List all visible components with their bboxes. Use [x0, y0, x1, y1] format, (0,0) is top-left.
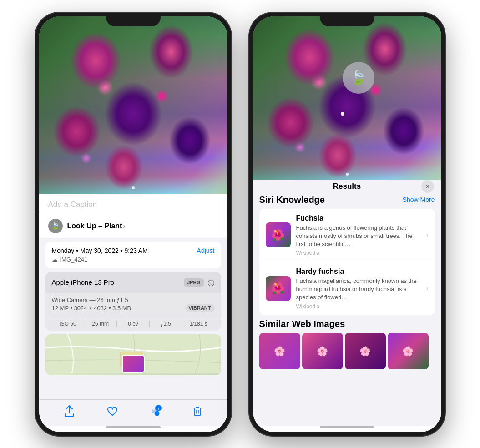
format-badge: JPEG	[184, 278, 203, 287]
map-photo-thumb	[122, 355, 145, 373]
home-indicator-1	[106, 426, 161, 428]
lookup-label-bold: Look Up –	[67, 222, 102, 230]
page-indicator	[132, 186, 135, 189]
hardy-source: Wikipedia	[296, 303, 421, 310]
hardy-title: Hardy fuchsia	[296, 267, 421, 276]
web-image-3[interactable]	[345, 333, 386, 369]
fuchsia-description: Fuchsia is a genus of flowering plants t…	[296, 224, 421, 249]
lookup-label-regular: Plant	[102, 222, 122, 230]
siri-dot	[341, 112, 344, 116]
siri-leaf-icon: 🍃	[350, 70, 367, 86]
web-image-2[interactable]	[302, 333, 343, 369]
web-images-section: Similar Web Images	[259, 319, 435, 369]
page-indicator-2	[346, 173, 349, 176]
leaf-icon: 🍃	[51, 221, 60, 230]
results-close-button[interactable]: ✕	[421, 180, 434, 193]
meta-section: Monday • May 30, 2022 • 9:23 AM Adjust ☁…	[45, 242, 221, 268]
resolution-text: 12 MP • 3024 × 4032 • 3.5 MB	[52, 305, 131, 312]
meta-date: Monday • May 30, 2022 • 9:23 AM	[52, 247, 148, 254]
spec-res: VIBRANT 12 MP • 3024 × 4032 • 3.5 MB	[52, 305, 215, 312]
hardy-description: Fuchsia magellanica, commonly known as t…	[296, 277, 421, 302]
adjust-button[interactable]: Adjust	[197, 247, 215, 254]
toolbar: i i	[39, 399, 227, 426]
favorite-button[interactable]	[107, 406, 118, 416]
spec-wide: Wide Camera — 26 mm ƒ1.5	[52, 297, 215, 303]
web-images-row	[259, 333, 435, 369]
exif-focal: 26 mm	[84, 321, 117, 327]
camera-specs: Wide Camera — 26 mm ƒ1.5 VIBRANT 12 MP •…	[45, 293, 221, 317]
siri-lookup-overlay: 🍃	[343, 62, 374, 94]
show-more-button[interactable]: Show More	[403, 196, 435, 203]
knowledge-item-hardy[interactable]: Hardy fuchsia Fuchsia magellanica, commo…	[259, 262, 435, 315]
camera-header: Apple iPhone 13 Pro JPEG ◎	[45, 272, 221, 293]
siri-knowledge-title: Siri Knowledge	[259, 195, 325, 205]
phone-1-screen: Add a Caption 🍃 Look Up – Plant› Monday …	[39, 16, 227, 432]
knowledge-item-fuchsia[interactable]: Fuchsia Fuchsia is a genus of flowering …	[259, 209, 435, 262]
vibrant-badge: VIBRANT	[185, 304, 215, 312]
notch-2	[320, 13, 374, 26]
map-preview[interactable]	[45, 334, 221, 375]
fuchsia-chevron: ›	[426, 231, 428, 239]
photo-flowers-overlay	[39, 16, 227, 194]
hardy-thumbnail	[266, 276, 291, 301]
notch-1	[106, 13, 161, 26]
fuchsia-source: Wikipedia	[296, 250, 421, 256]
results-panel: Results ✕ Siri Knowledge Show More Fuchs…	[253, 171, 441, 426]
results-content: Siri Knowledge Show More Fuchsia Fuchsia…	[253, 195, 441, 426]
web-image-1[interactable]	[259, 333, 300, 369]
fuchsia-thumbnail	[266, 222, 291, 247]
results-header: Results ✕	[253, 178, 441, 195]
svg-text:i: i	[158, 406, 159, 411]
exif-aperture: ƒ1.5	[150, 321, 182, 327]
lookup-icon: 🍃	[48, 219, 63, 233]
photo-info-panel: Add a Caption 🍃 Look Up – Plant› Monday …	[39, 194, 227, 399]
meta-date-row: Monday • May 30, 2022 • 9:23 AM Adjust	[52, 247, 215, 254]
delete-button[interactable]	[193, 406, 202, 417]
camera-name: Apple iPhone 13 Pro	[52, 278, 115, 286]
exif-row: ISO 50 26 mm 0 ev ƒ1.5 1/181 s	[45, 317, 221, 331]
fuchsia-info: Fuchsia Fuchsia is a genus of flowering …	[296, 214, 421, 257]
cloud-icon: ☁	[52, 256, 58, 263]
web-image-4[interactable]	[388, 333, 429, 369]
photo-display-2: 🍃	[253, 16, 441, 180]
exif-ev: 0 ev	[117, 321, 150, 327]
knowledge-card: Fuchsia Fuchsia is a genus of flowering …	[259, 209, 435, 315]
caption-area[interactable]: Add a Caption	[39, 194, 227, 214]
home-indicator-2	[320, 426, 374, 428]
filename-text: IMG_4241	[60, 256, 88, 263]
share-button[interactable]	[64, 405, 74, 417]
siri-knowledge-header: Siri Knowledge Show More	[259, 195, 435, 205]
phone-2-screen: 🍃 Results ✕ Siri Knowledge Show More	[253, 16, 441, 432]
lookup-label: Look Up – Plant›	[67, 222, 126, 230]
location-icon[interactable]: ◎	[207, 277, 215, 287]
phone-2: 🍃 Results ✕ Siri Knowledge Show More	[249, 13, 445, 436]
phone-1: Add a Caption 🍃 Look Up – Plant› Monday …	[35, 13, 231, 436]
lookup-chevron: ›	[123, 222, 125, 230]
hardy-chevron: ›	[426, 284, 428, 292]
photo-display-1[interactable]	[39, 16, 227, 194]
hardy-info: Hardy fuchsia Fuchsia magellanica, commo…	[296, 267, 421, 310]
caption-placeholder[interactable]: Add a Caption	[48, 200, 97, 209]
exif-shutter: 1/181 s	[182, 321, 215, 327]
web-images-title: Similar Web Images	[259, 319, 435, 329]
lookup-row[interactable]: 🍃 Look Up – Plant›	[39, 214, 227, 238]
camera-badges: JPEG ◎	[184, 277, 214, 287]
meta-filename: ☁ IMG_4241	[52, 256, 215, 263]
photo-flowers-overlay-2	[253, 16, 441, 180]
fuchsia-title: Fuchsia	[296, 214, 421, 222]
info-button[interactable]: i i	[150, 406, 160, 416]
camera-section: Apple iPhone 13 Pro JPEG ◎ Wide Camera —…	[45, 272, 221, 331]
results-title: Results	[333, 182, 361, 191]
exif-iso: ISO 50	[52, 321, 85, 327]
svg-text:i: i	[157, 412, 157, 416]
